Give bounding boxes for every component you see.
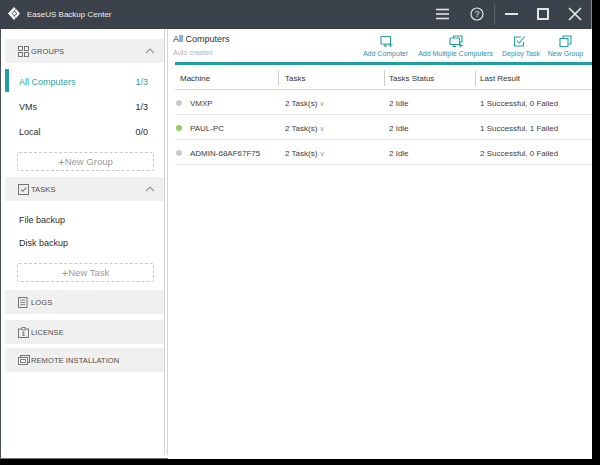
svg-text:?: ? bbox=[474, 9, 479, 19]
